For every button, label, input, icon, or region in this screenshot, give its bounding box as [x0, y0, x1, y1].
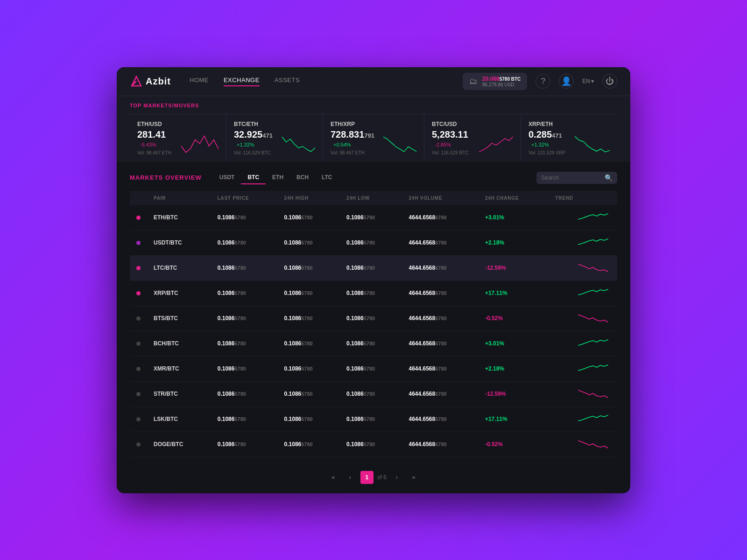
page-next-btn[interactable]: › — [390, 471, 403, 484]
nav-exchange[interactable]: EXCHANGE — [224, 77, 260, 86]
low-cell: 0.10865780 — [340, 306, 402, 331]
table-row[interactable]: DOGE/BTC 0.10865780 0.10865780 0.1086578… — [130, 432, 617, 457]
mc-price: 0.285471 — [529, 131, 562, 139]
table-body: ETH/BTC 0.10865780 0.10865780 0.10865780… — [130, 205, 617, 462]
volume-cell: 4644.65686780 — [402, 306, 478, 331]
mo-tab[interactable]: BCH — [290, 171, 315, 184]
markets-overview: MARKETS OVERVIEW USDTBTCETHBCHLTC 🔍 PAIR… — [117, 162, 630, 462]
mo-tab[interactable]: LTC — [315, 171, 338, 184]
market-card[interactable]: ETH/XRP 728.831791 +0.54% Vol: 98.467 ET… — [323, 114, 424, 162]
pagination: « ‹ 1 of 6 › » — [117, 462, 630, 493]
pair-name-cell: USDT/BTC — [147, 230, 211, 255]
low-cell: 0.10865780 — [340, 255, 402, 280]
table-row[interactable]: XRP/BTC 0.10865780 0.10865780 0.10865780… — [130, 280, 617, 306]
high-cell: 0.10865780 — [278, 331, 340, 356]
mc-vol: Vol: 131.529 XRP — [529, 150, 575, 155]
low-cell: 0.10865780 — [340, 381, 402, 406]
user-button[interactable]: 👤 — [559, 74, 574, 89]
pair-name-cell: XRP/BTC — [147, 280, 211, 306]
page-current-btn[interactable]: 1 — [360, 471, 374, 484]
trend-cell — [549, 205, 617, 231]
market-card[interactable]: BTC/ETH 32.925471 +1.32% Vol: 116.529 BT… — [226, 114, 323, 162]
nav-links: HOME EXCHANGE ASSETS — [190, 77, 463, 86]
wallet-btc: 20.0685780 BTC — [482, 76, 521, 82]
table-header-cell — [130, 191, 147, 205]
table-header: PAIRLAST PRICE24H HIGH24H LOW24H VOLUME2… — [130, 191, 617, 205]
trend-cell — [549, 331, 617, 356]
trend-sparkline — [578, 412, 611, 426]
trend-sparkline — [578, 260, 611, 274]
table-header-row: PAIRLAST PRICE24H HIGH24H LOW24H VOLUME2… — [130, 191, 617, 205]
mo-tab[interactable]: BTC — [241, 171, 266, 184]
trend-cell — [549, 457, 617, 462]
lang-button[interactable]: EN ▾ — [582, 78, 594, 84]
trend-cell — [549, 280, 617, 306]
power-button[interactable]: ⏻ — [602, 74, 617, 89]
mc-price: 728.831791 — [331, 131, 374, 139]
pair-indicator — [130, 280, 147, 306]
last-price-cell: 0.10865780 — [211, 280, 278, 306]
navbar: Azbit HOME EXCHANGE ASSETS 🗂 20.0685780 … — [117, 67, 630, 96]
market-card[interactable]: ETH/USD 281.41 -5.43% Vol: 98.467 ETH — [130, 114, 226, 162]
change-cell: +17.11% — [479, 406, 549, 432]
page-last-btn[interactable]: » — [407, 471, 420, 484]
table-row[interactable]: LTC/BTC 0.10865780 0.10865780 0.10865780… — [130, 255, 617, 280]
last-price-cell: 0.10865780 — [211, 381, 278, 406]
change-cell: -12.59% — [479, 255, 549, 280]
change-cell: +3.01% — [479, 331, 549, 356]
trend-sparkline — [578, 210, 611, 224]
trend-cell — [549, 230, 617, 255]
wallet-info[interactable]: 🗂 20.0685780 BTC 86,278.86 USD — [463, 73, 527, 90]
market-card[interactable]: BTC/USD 5,283.11 -2.85% Vol: 116.529 BTC — [424, 114, 521, 162]
sparkline-chart — [282, 135, 315, 154]
mc-pair: BTC/ETH — [234, 121, 315, 127]
trend-sparkline — [578, 361, 611, 375]
table-row[interactable]: XMR/BTC 0.10865780 0.10865780 0.10865780… — [130, 356, 617, 381]
volume-cell: 4644.65686780 — [402, 280, 478, 306]
volume-cell: 4644.65686780 — [402, 381, 478, 406]
mc-pair: ETH/USD — [137, 121, 218, 127]
low-cell: 0.10865780 — [340, 331, 402, 356]
high-cell: 0.10865780 — [278, 230, 340, 255]
wallet-icon: 🗂 — [469, 77, 478, 86]
table-row[interactable]: LSK/BTC 0.10865780 0.10865780 0.10865780… — [130, 406, 617, 432]
pair-indicator — [130, 331, 147, 356]
table-row[interactable]: USDT/BTC 0.10865780 0.10865780 0.1086578… — [130, 230, 617, 255]
table-row[interactable]: STR/BTC 0.10865780 0.10865780 0.10865780… — [130, 381, 617, 406]
mc-price: 281.41 — [137, 131, 166, 139]
change-cell: +17.11% — [479, 280, 549, 306]
table-row[interactable]: ETH/BTC 0.10865780 0.10865780 0.10865780… — [130, 205, 617, 231]
logo[interactable]: Azbit — [130, 75, 171, 88]
mo-tab[interactable]: ETH — [266, 171, 290, 184]
volume-cell: 4644.65686780 — [402, 230, 478, 255]
logo-icon — [130, 75, 143, 88]
trend-cell — [549, 381, 617, 406]
nav-right: 🗂 20.0685780 BTC 86,278.86 USD ? 👤 EN ▾ … — [463, 73, 617, 90]
pair-name-cell: LTC/BTC — [147, 255, 211, 280]
low-cell: 0.10865780 — [340, 356, 402, 381]
volume-cell: 4644.65686780 — [402, 406, 478, 432]
app-window: Azbit HOME EXCHANGE ASSETS 🗂 20.0685780 … — [117, 67, 630, 493]
change-cell: -0.52% — [479, 432, 549, 457]
volume-cell: 4644.65686780 — [402, 205, 478, 231]
nav-assets[interactable]: ASSETS — [275, 77, 300, 86]
table-row[interactable]: BTS/BTC 0.10865780 0.10865780 0.10865780… — [130, 306, 617, 331]
help-button[interactable]: ? — [536, 74, 550, 89]
search-input[interactable] — [541, 175, 602, 181]
table-row[interactable]: BCH/BTC 0.10865780 0.10865780 0.10865780… — [130, 331, 617, 356]
high-cell: 0.10865780 — [278, 306, 340, 331]
market-table: PAIRLAST PRICE24H HIGH24H LOW24H VOLUME2… — [130, 191, 617, 462]
market-card[interactable]: XRP/ETH 0.285471 +1.32% Vol: 131.529 XRP — [521, 114, 617, 162]
low-cell: 0.10865780 — [340, 432, 402, 457]
search-icon: 🔍 — [605, 174, 613, 182]
page-prev-btn[interactable]: ‹ — [344, 471, 357, 484]
mo-tab[interactable]: USDT — [213, 171, 241, 184]
page-first-btn[interactable]: « — [327, 471, 340, 484]
volume-cell: 4644.65686780 — [402, 356, 478, 381]
last-price-cell: 0.10865780 — [211, 205, 278, 231]
nav-home[interactable]: HOME — [190, 77, 209, 86]
table-row[interactable]: SC/BTC 0.10865780 0.10865780 0.10865780 … — [130, 457, 617, 462]
table-header-cell: 24H LOW — [340, 191, 402, 205]
pair-indicator — [130, 381, 147, 406]
low-cell: 0.10865780 — [340, 406, 402, 432]
